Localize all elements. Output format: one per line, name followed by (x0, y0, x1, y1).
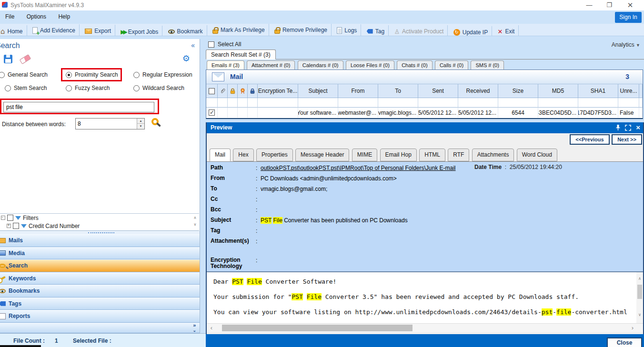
filters-scrollbar[interactable]: ∧∨ (192, 215, 198, 228)
column-sha1[interactable]: SHA1 (578, 84, 618, 98)
radio-wildcard-search[interactable]: Wildcard Search (133, 85, 184, 91)
pin-icon[interactable] (616, 124, 620, 131)
column-received[interactable]: Received (458, 84, 498, 98)
nav-search[interactable]: Search (0, 259, 200, 272)
scroll-right-icon[interactable]: › (629, 324, 636, 333)
tab-loose-files[interactable]: Loose Files # (0) (346, 60, 394, 69)
tab-properties[interactable]: Properties (256, 149, 293, 161)
tab-attachment[interactable]: Attachment # (0) (247, 60, 295, 69)
column-from[interactable]: From (338, 84, 378, 98)
menu-options[interactable]: Options (21, 10, 51, 20)
scroll-up-icon[interactable]: ∧ (636, 275, 643, 282)
path-link[interactable]: outlookPST.pst\outlookPST.pst\IPMRoot\To… (261, 163, 643, 171)
nav-reports[interactable]: Reports (0, 310, 200, 323)
tab-calendars[interactable]: Calendars # (0) (298, 60, 343, 69)
exit-button[interactable]: ✕Exit (494, 25, 519, 36)
radio-regular-expression[interactable]: Regular Expression (133, 71, 192, 78)
mark-as-privilege-button[interactable]: Mark As Privilege (209, 24, 269, 36)
encryption-column-icon[interactable] (248, 84, 258, 98)
nav-overflow-icon[interactable]: »⌄ (192, 323, 196, 333)
radio-stem-search[interactable]: Stem Search (5, 85, 47, 91)
maximize-button[interactable]: ❐ (602, 1, 616, 10)
remove-privilege-button[interactable]: Remove Privilege (271, 24, 332, 36)
add-evidence-button[interactable]: Add Evidence (29, 24, 80, 37)
scrollbar-thumb[interactable] (637, 285, 642, 299)
activate-product-button[interactable]: ♙Activate Product (390, 25, 448, 36)
nav-media[interactable]: Media (0, 247, 200, 260)
column-size[interactable]: Size (498, 84, 538, 98)
tab-hex[interactable]: Hex (233, 149, 253, 161)
tab-attachments[interactable]: Attachments (472, 149, 514, 161)
spinner-up-icon[interactable]: ▲ (137, 119, 144, 124)
radio-general-search[interactable]: General Search (0, 71, 48, 78)
minimize-button[interactable]: — (582, 1, 596, 10)
column-sent[interactable]: Sent (418, 84, 458, 98)
run-search-icon[interactable] (151, 118, 159, 125)
nav-tags[interactable]: Tags (0, 297, 200, 310)
tab-mail[interactable]: Mail (210, 149, 231, 161)
filter-row[interactable] (206, 98, 643, 108)
nav-bookmarks[interactable]: Bookmarks (0, 285, 200, 297)
settings-gear-icon[interactable]: ⚙ (182, 53, 190, 63)
tab-rtf[interactable]: RTF (448, 149, 469, 161)
body-horizontal-scrollbar[interactable]: ‹ › (207, 323, 643, 332)
nav-mails[interactable]: Mails (0, 234, 200, 247)
tab-sms[interactable]: SMS # (0) (471, 60, 504, 69)
tab-mime[interactable]: MIME (352, 149, 377, 161)
select-all-control[interactable]: Select All (208, 41, 241, 48)
menu-help[interactable]: Help (53, 10, 75, 20)
tab-word-cloud[interactable]: Word Cloud (517, 149, 557, 161)
close-button[interactable]: Close (607, 337, 642, 347)
table-row[interactable]: Your software... webmaster@... vmagic.bl… (206, 108, 643, 118)
body-vertical-scrollbar[interactable]: ∧ ∨ (636, 272, 643, 323)
collapse-node-icon[interactable] (1, 216, 5, 220)
column-to[interactable]: To (378, 84, 418, 98)
scroll-left-icon[interactable]: ‹ (208, 324, 215, 333)
distance-input[interactable] (76, 119, 137, 129)
tab-html[interactable]: HTML (419, 149, 445, 161)
filters-checkbox[interactable] (7, 215, 13, 221)
tab-emails[interactable]: Emails # (3) (207, 60, 244, 69)
column-unread[interactable]: Unre... (618, 84, 639, 98)
next-button[interactable]: Next >> (612, 134, 642, 145)
analytics-dropdown[interactable]: Analytics ▼ (612, 41, 640, 48)
nav-overflow-bar[interactable]: »⌄ (0, 323, 200, 333)
checkbox[interactable] (209, 88, 215, 94)
column-md5[interactable]: MD5 (538, 84, 578, 98)
credit-card-checkbox[interactable] (13, 223, 19, 229)
tab-search-result-set[interactable]: Search Result Set # (3) (206, 50, 276, 59)
select-all-checkbox[interactable] (208, 41, 214, 48)
tag-button[interactable]: Tag (363, 25, 389, 37)
scroll-down-icon[interactable]: ∨ (636, 311, 643, 318)
privilege-column-icon[interactable] (228, 84, 238, 98)
menu-file[interactable]: File (0, 10, 20, 20)
column-subject[interactable]: Subject (298, 84, 338, 98)
search-query-input[interactable] (3, 102, 154, 112)
panel-splitter[interactable] (0, 231, 200, 234)
close-window-button[interactable]: ✕ (623, 1, 637, 10)
sign-in-button[interactable]: Sign In (615, 12, 642, 23)
export-button[interactable]: Export (81, 25, 115, 36)
export-jobs-button[interactable]: ▶▶Export Jobs (117, 26, 162, 37)
collapse-panel-button[interactable]: « (191, 41, 195, 49)
update-ip-button[interactable]: ↻Update IP (450, 26, 492, 37)
expand-node-icon[interactable] (7, 224, 11, 228)
badge-column-icon[interactable] (238, 84, 248, 98)
nav-keywords[interactable]: Keywords (0, 272, 200, 285)
clear-search-icon[interactable] (20, 54, 31, 64)
tab-email-hop[interactable]: Email Hop (380, 149, 417, 161)
maximize-preview-icon[interactable] (625, 125, 631, 131)
logs-button[interactable]: Logs (333, 24, 361, 37)
radio-fuzzy-search[interactable]: Fuzzy Search (66, 85, 110, 91)
close-preview-icon[interactable]: × (636, 124, 640, 131)
save-search-icon[interactable] (4, 55, 12, 63)
header-select-checkbox[interactable] (206, 84, 218, 98)
filters-root-row[interactable]: Filters (0, 214, 199, 222)
spinner-down-icon[interactable]: ▼ (137, 124, 144, 129)
filters-child-row[interactable]: Credit Card Number (0, 222, 199, 230)
previous-button[interactable]: <<Previous (570, 134, 610, 145)
column-encryption[interactable]: Encryption Te... (258, 84, 298, 98)
bookmark-button[interactable]: Bookmark (164, 25, 207, 36)
scrollbar-thumb[interactable] (222, 325, 413, 331)
tab-message-header[interactable]: Message Header (295, 149, 349, 161)
